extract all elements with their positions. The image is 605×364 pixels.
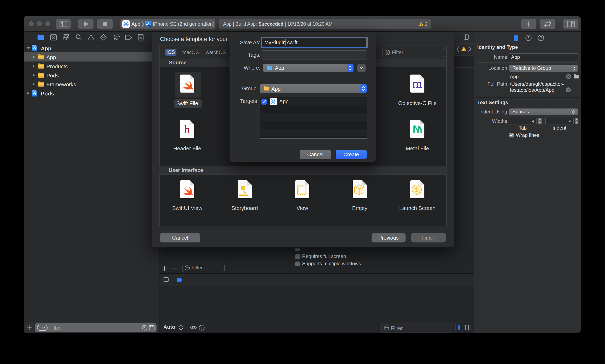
svg-text:m: m [412, 77, 422, 90]
svg-text:1: 1 [415, 186, 419, 193]
svg-text:h: h [184, 123, 190, 136]
svg-text:i: i [201, 326, 202, 330]
